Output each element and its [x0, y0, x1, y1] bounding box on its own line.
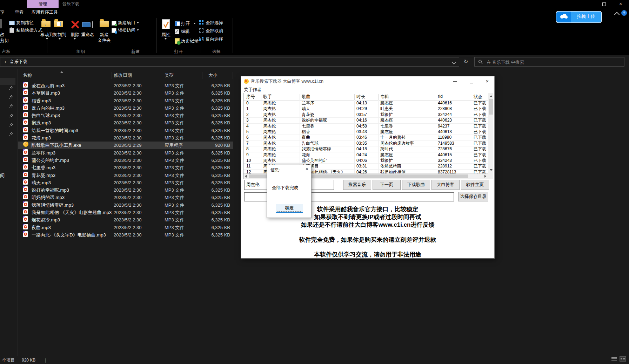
file-row[interactable]: 搁浅.mp32023/5/2 2:30MP3 文件6,325 KB [18, 119, 233, 126]
file-row[interactable]: 给我一首歌的时间.mp32023/5/2 2:30MP3 文件6,325 KB [18, 127, 233, 134]
search-box[interactable] [474, 57, 624, 67]
file-row[interactable]: 花海.mp32023/5/2 2:30MP3 文件6,325 KB [18, 134, 233, 142]
pin-icon[interactable] [9, 86, 13, 90]
column-header-type[interactable]: 类型 [165, 72, 174, 78]
copy-to-dropdown-icon[interactable] [59, 38, 61, 40]
file-row[interactable]: 本草纲目.mp32023/5/2 2:30MP3 文件6,325 KB [18, 89, 233, 97]
open-button[interactable]: 打开 [181, 21, 190, 26]
file-row[interactable]: 蒲公英的约定.mp32023/5/2 2:30MP3 文件6,325 KB [18, 157, 233, 164]
maximize-button[interactable] [595, 0, 612, 8]
file-row[interactable]: 说好的幸福呢.mp32023/5/2 2:30MP3 文件6,325 KB [18, 186, 233, 194]
refresh-icon[interactable]: ↻ [462, 57, 470, 67]
downloader-minimize-button[interactable] [451, 78, 459, 85]
edit-button[interactable]: 编辑 [181, 29, 190, 34]
dialog-close-icon[interactable]: × [306, 166, 308, 172]
header-col-singer[interactable]: 歌手 [263, 94, 272, 100]
scrollbar-thumb[interactable] [489, 99, 493, 115]
file-row[interactable]: 爱在西元前.mp32023/5/2 2:30MP3 文件6,325 KB [18, 82, 233, 89]
file-row[interactable]: 一路向北-《头文字D》电影插曲.mp32023/5/2 2:30MP3 文件6,… [18, 231, 233, 239]
file-row[interactable]: 我落泪情绪零碎.mp32023/5/2 2:30MP3 文件6,325 KB [18, 201, 233, 209]
close-button[interactable]: × [612, 0, 629, 8]
new-item-button[interactable]: 新建项目 [118, 20, 135, 26]
move-to-dropdown-icon[interactable] [46, 38, 48, 40]
result-row[interactable]: 4周杰伦七里香04:58七里香94237已下载 [243, 124, 488, 129]
select-all-button[interactable]: 全部选择 [206, 20, 223, 26]
pin-icon[interactable] [9, 123, 13, 127]
software-home-button[interactable]: 软件主页 [461, 180, 489, 190]
file-row[interactable]: 七里香.mp32023/5/2 2:30MP3 文件6,325 KB [18, 164, 233, 171]
vertical-scrollbar[interactable] [488, 93, 493, 173]
help-icon[interactable]: ? [621, 10, 627, 16]
delete-button[interactable]: 删除 [69, 32, 81, 37]
result-row[interactable]: 0周杰伦兰亭序04:13魔杰座440616已下载 [243, 101, 488, 106]
result-row[interactable]: 3周杰伦说好的幸福呢04:16魔杰座440623已下载 [243, 118, 488, 123]
details-view-icon[interactable] [611, 356, 617, 361]
result-row[interactable]: 2周杰伦青花瓷03:57我很忙324244已下载 [243, 112, 488, 118]
result-row[interactable]: 10周杰伦蒲公英的约定04:06我很忙324243已下载 [243, 158, 488, 164]
download-songs-button[interactable]: 下载歌曲 [402, 180, 430, 190]
header-col-no[interactable]: 序号 [246, 94, 255, 100]
history-button[interactable]: 历史记录 [181, 39, 199, 44]
next-page-button[interactable]: 下一页 [373, 180, 401, 190]
downloader-titlebar[interactable]: K 音乐搜索下载器 大白博客 www.c1i.cn × [241, 76, 494, 86]
search-music-button[interactable]: 搜索音乐 [343, 180, 371, 190]
properties-button[interactable]: 属性 [160, 32, 172, 37]
invert-selection-button[interactable]: 反向选择 [206, 37, 223, 42]
column-header-name[interactable]: 名称 [23, 72, 32, 78]
header-col-status[interactable]: 状态 [474, 94, 482, 100]
pin-icon[interactable] [9, 104, 13, 108]
delete-dropdown-icon[interactable] [74, 38, 76, 40]
scroll-down-icon[interactable] [490, 169, 493, 171]
file-row[interactable]: 反方向的钟.mp32023/5/2 2:30MP3 文件6,325 KB [18, 104, 233, 112]
file-row[interactable]: 夜曲.mp32023/5/2 2:30MP3 文件6,325 KB [18, 224, 233, 231]
new-item-dropdown-icon[interactable] [137, 22, 139, 23]
new-folder-button-line2[interactable]: 文件夹 [95, 38, 113, 43]
titlebar-tab-manage[interactable]: 管理 [27, 0, 59, 8]
address-dropdown-icon[interactable] [451, 60, 456, 64]
tab-view[interactable]: 查看 [15, 8, 24, 16]
result-row[interactable]: 7周杰伦告白气球03:35周杰伦的床边故事7149583已下载 [243, 141, 488, 146]
file-row[interactable]: 告白气球.mp32023/5/2 2:30MP3 文件6,325 KB [18, 112, 233, 119]
clipped-paste-label[interactable]: 占 [0, 32, 5, 37]
easy-access-dropdown-icon[interactable] [137, 29, 139, 31]
result-row[interactable]: 6周杰伦夜曲03:46十一月的萧邦118980已下载 [243, 135, 488, 140]
rename-button[interactable]: 重命名 [81, 32, 95, 37]
file-row[interactable]: 我是如此相信-《天火》电影主题曲.mp32023/5/2 2:30MP3 文件6… [18, 209, 233, 216]
menu-about-author[interactable]: 关于作者 [244, 87, 261, 93]
result-row[interactable]: 8周杰伦我落泪情绪零碎04:18跨时代728676已下载 [243, 146, 488, 152]
header-col-duration[interactable]: 时长 [356, 94, 365, 100]
scroll-up-icon[interactable] [490, 95, 493, 97]
result-row[interactable]: 1周杰伦晴天04:29叶惠美228908已下载 [243, 106, 488, 112]
column-header-size[interactable]: 大小 [208, 72, 218, 78]
easy-access-button[interactable]: 轻松访问 [118, 28, 135, 33]
downloader-maximize-button[interactable] [467, 78, 475, 85]
column-header-date[interactable]: 修改日期 [114, 72, 132, 78]
result-row[interactable]: 9周杰伦花海04:24魔杰座440615已下载 [243, 152, 488, 158]
copy-to-button[interactable]: 复制到 [52, 32, 67, 37]
paste-shortcut-button[interactable]: 粘贴快捷方式 [16, 28, 42, 33]
header-col-album[interactable]: 专辑 [380, 94, 389, 100]
search-input[interactable] [486, 58, 621, 67]
copy-path-button[interactable]: 复制路径 [16, 20, 34, 26]
cut-button[interactable]: 剪切 [0, 38, 9, 43]
file-row[interactable]: 听妈妈的话.mp32023/5/2 2:30MP3 文件6,325 KB [18, 194, 233, 201]
file-row[interactable]: 青花瓷.mp32023/5/2 2:30MP3 文件6,325 KB [18, 172, 233, 179]
properties-dropdown-icon[interactable] [165, 38, 167, 40]
file-row[interactable]: 晴天.mp32023/5/2 2:30MP3 文件6,325 KB [18, 179, 233, 186]
tab-share-partial[interactable]: 享 [0, 8, 5, 16]
header-col-rid[interactable]: rid [438, 94, 443, 99]
address-bar[interactable]: › 音乐下载 [0, 57, 459, 67]
open-dropdown-icon[interactable] [194, 23, 196, 24]
new-folder-button[interactable]: 新建 [97, 32, 112, 37]
thumbnails-view-icon[interactable] [620, 356, 626, 362]
results-table-header[interactable]: 序号歌手歌曲时长专辑rid状态 [243, 93, 488, 101]
file-row[interactable]: 兰亭序.mp32023/5/2 2:30MP3 文件6,325 KB [18, 149, 233, 157]
result-row[interactable]: 5周杰伦稻香03:43魔杰座440613已下载 [243, 129, 488, 135]
pin-icon[interactable] [9, 95, 13, 99]
dabai-blog-button[interactable]: 大白博客 [431, 180, 460, 190]
baidu-upload-button[interactable]: 拖拽上传 [556, 11, 602, 23]
breadcrumb[interactable]: 音乐下载 [10, 57, 27, 66]
select-none-button[interactable]: 全部取消 [206, 28, 223, 34]
choose-save-dir-button[interactable]: 选择保存目录 [458, 192, 488, 201]
file-row[interactable]: K酷我歌曲下载小工具.exe2023/5/2 2:29应用程序920 KB [18, 142, 233, 149]
